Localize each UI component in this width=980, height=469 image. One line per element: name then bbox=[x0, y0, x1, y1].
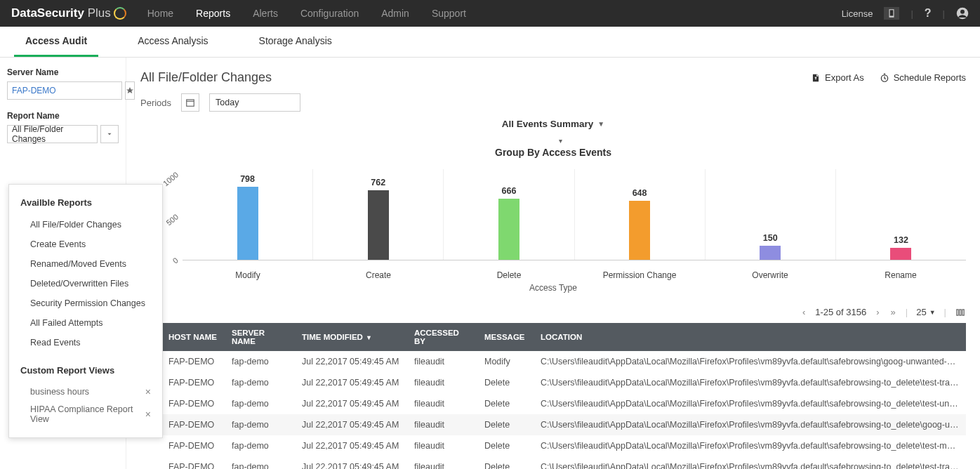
period-select[interactable]: Today bbox=[209, 93, 300, 112]
export-as-label: Export As bbox=[825, 72, 864, 83]
x-label: Rename bbox=[835, 267, 966, 280]
help-icon[interactable]: ? bbox=[925, 7, 932, 20]
custom-view-hipaa[interactable]: HIPAA Compliance Report View × bbox=[9, 401, 162, 428]
table-cell bbox=[140, 435, 161, 456]
report-item-create[interactable]: Create Events bbox=[9, 234, 162, 254]
license-link[interactable]: License bbox=[842, 8, 873, 19]
table-cell: FAP-DEMO bbox=[161, 351, 225, 372]
custom-view-label: HIPAA Compliance Report View bbox=[30, 404, 145, 424]
pager-next[interactable]: › bbox=[875, 307, 880, 317]
summary-label: All Events Summary bbox=[502, 119, 594, 129]
report-item-read[interactable]: Read Events bbox=[9, 333, 162, 352]
th-server[interactable]: SERVER NAME bbox=[225, 323, 295, 351]
close-icon[interactable]: × bbox=[145, 386, 151, 397]
report-item-deleted[interactable]: Deleted/Overwritten Files bbox=[9, 274, 162, 293]
bar-group: 798 bbox=[183, 169, 313, 260]
tab-access-analysis[interactable]: Access Analysis bbox=[126, 27, 219, 57]
th-location[interactable]: LOCATION bbox=[534, 323, 966, 351]
svg-point-2 bbox=[960, 10, 965, 14]
nav-support[interactable]: Support bbox=[432, 8, 466, 19]
y-tick: 1000 bbox=[161, 170, 179, 187]
bar[interactable] bbox=[237, 187, 258, 260]
bar[interactable] bbox=[760, 246, 781, 260]
page-size-select[interactable]: 25 ▼ bbox=[916, 307, 935, 317]
table-body: FAP-DEMOfap-demoJul 22,2017 05:49:45 AMf… bbox=[140, 351, 966, 469]
close-icon[interactable]: × bbox=[145, 409, 151, 420]
th-time[interactable]: TIME MODIFIED▼ bbox=[295, 323, 407, 351]
custom-view-business-hours[interactable]: business hours × bbox=[9, 383, 162, 401]
table-cell: FAP-DEMO bbox=[161, 372, 225, 393]
report-item-all-changes[interactable]: All File/Folder Changes bbox=[9, 215, 162, 234]
table-cell: fileaudit bbox=[407, 456, 477, 469]
nav-alerts[interactable]: Alerts bbox=[253, 8, 278, 19]
columns-toggle-button[interactable] bbox=[955, 308, 966, 317]
table-cell: C:\Users\fileaudit\AppData\Local\Mozilla… bbox=[534, 372, 966, 393]
report-item-security[interactable]: Security Permission Changes bbox=[9, 293, 162, 313]
nav-home[interactable]: Home bbox=[147, 8, 173, 19]
pager-prev[interactable]: ‹ bbox=[801, 307, 807, 317]
table-cell: fileaudit bbox=[407, 351, 477, 372]
chart-title: Group By Access Events bbox=[140, 147, 966, 158]
events-table: HOST NAME SERVER NAME TIME MODIFIED▼ ACC… bbox=[140, 323, 966, 469]
table-row[interactable]: FAP-DEMOfap-demoJul 22,2017 05:49:45 AMf… bbox=[140, 414, 966, 435]
table-cell: Jul 22,2017 05:49:45 AM bbox=[295, 456, 407, 469]
table-cell: Delete bbox=[477, 456, 534, 469]
svg-rect-4 bbox=[187, 100, 194, 106]
table-header: HOST NAME SERVER NAME TIME MODIFIED▼ ACC… bbox=[140, 323, 966, 351]
brand-ring-icon bbox=[114, 7, 126, 20]
table-cell: fap-demo bbox=[225, 414, 295, 435]
table-cell: C:\Users\fileaudit\AppData\Local\Mozilla… bbox=[534, 351, 966, 372]
x-label: Modify bbox=[183, 267, 313, 280]
schedule-reports-button[interactable]: Schedule Reports bbox=[880, 72, 966, 83]
bar[interactable] bbox=[629, 201, 650, 260]
report-name-value: All File/Folder Changes bbox=[12, 124, 93, 144]
th-message[interactable]: MESSAGE bbox=[477, 323, 534, 351]
tab-access-audit[interactable]: Access Audit bbox=[14, 27, 98, 57]
table-cell: C:\Users\fileaudit\AppData\Local\Mozilla… bbox=[534, 456, 966, 469]
table-cell: fap-demo bbox=[225, 372, 295, 393]
custom-view-label: business hours bbox=[30, 387, 89, 397]
nav-configuration[interactable]: Configuration bbox=[300, 8, 359, 19]
summary-dropdown[interactable]: All Events Summary ▼ bbox=[140, 119, 966, 129]
report-item-renamed[interactable]: Renamed/Moved Events bbox=[9, 254, 162, 274]
calendar-button[interactable] bbox=[181, 93, 199, 112]
th-host[interactable]: HOST NAME bbox=[161, 323, 225, 351]
bar[interactable] bbox=[890, 248, 911, 260]
server-name-input[interactable] bbox=[7, 81, 122, 100]
bar-group: 132 bbox=[836, 169, 966, 260]
page-size-value: 25 bbox=[916, 307, 926, 317]
export-as-button[interactable]: Export As bbox=[811, 72, 864, 83]
user-avatar-icon[interactable] bbox=[956, 7, 969, 20]
top-bar: DataSecurity Plus Home Reports Alerts Co… bbox=[0, 0, 980, 27]
table-row[interactable]: FAP-DEMOfap-demoJul 22,2017 05:49:45 AMf… bbox=[140, 456, 966, 469]
table-row[interactable]: FAP-DEMOfap-demoJul 22,2017 05:49:45 AMf… bbox=[140, 435, 966, 456]
phone-icon[interactable] bbox=[884, 7, 899, 20]
top-nav: Home Reports Alerts Configuration Admin … bbox=[147, 8, 842, 19]
table-row[interactable]: FAP-DEMOfap-demoJul 22,2017 05:49:45 AMf… bbox=[140, 393, 966, 414]
x-axis-title: Access Type bbox=[140, 283, 966, 293]
periods-label: Periods bbox=[140, 98, 171, 108]
x-label: Overwrite bbox=[705, 267, 835, 280]
bar-value-label: 762 bbox=[371, 178, 385, 187]
table-cell: fap-demo bbox=[225, 393, 295, 414]
bar-value-label: 666 bbox=[501, 186, 516, 196]
nav-reports[interactable]: Reports bbox=[196, 8, 230, 19]
table-row[interactable]: FAP-DEMOfap-demoJul 22,2017 05:49:45 AMf… bbox=[140, 351, 966, 372]
table-cell: fileaudit bbox=[407, 372, 477, 393]
th-time-label: TIME MODIFIED bbox=[302, 333, 363, 341]
tab-storage-analysis[interactable]: Storage Analysis bbox=[248, 27, 343, 57]
report-item-failed[interactable]: All Failed Attempts bbox=[9, 313, 162, 333]
server-pick-button[interactable] bbox=[125, 81, 135, 100]
report-name-select[interactable]: All File/Folder Changes bbox=[7, 125, 98, 143]
nav-admin[interactable]: Admin bbox=[381, 8, 409, 19]
period-value: Today bbox=[216, 98, 239, 107]
bar-value-label: 798 bbox=[240, 174, 255, 184]
bar[interactable] bbox=[368, 190, 389, 260]
table-cell: Delete bbox=[477, 372, 534, 393]
table-cell: Delete bbox=[477, 435, 534, 456]
pager-last[interactable]: » bbox=[889, 307, 897, 317]
bar[interactable] bbox=[498, 199, 519, 260]
table-row[interactable]: FAP-DEMOfap-demoJul 22,2017 05:49:45 AMf… bbox=[140, 372, 966, 393]
th-accessed-by[interactable]: ACCESSED BY bbox=[407, 323, 477, 351]
report-name-dropdown-button[interactable] bbox=[100, 125, 119, 143]
